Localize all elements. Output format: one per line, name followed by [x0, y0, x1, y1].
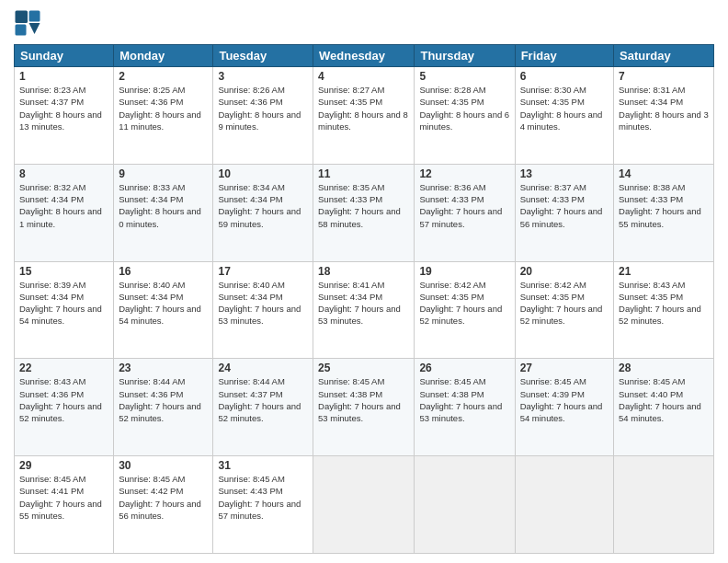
sunrise-label: Sunrise: 8:30 AM — [520, 85, 586, 95]
day-number: 15 — [19, 265, 108, 278]
daylight-label: Daylight: 7 hours and 57 minutes. — [419, 206, 502, 228]
day-info: Sunrise: 8:45 AM Sunset: 4:38 PM Dayligh… — [318, 375, 409, 424]
col-header-sunday: Sunday — [15, 45, 114, 67]
daylight-label: Daylight: 7 hours and 56 minutes. — [119, 499, 201, 521]
sunrise-label: Sunrise: 8:42 AM — [520, 280, 586, 290]
col-header-friday: Friday — [515, 45, 613, 67]
col-header-tuesday: Tuesday — [213, 45, 313, 67]
sunrise-label: Sunrise: 8:45 AM — [520, 376, 586, 386]
calendar-cell: 30 Sunrise: 8:45 AM Sunset: 4:42 PM Dayl… — [114, 456, 213, 554]
calendar-cell — [415, 456, 515, 554]
sunset-label: Sunset: 4:34 PM — [218, 194, 282, 204]
sunset-label: Sunset: 4:34 PM — [19, 292, 84, 302]
sunset-label: Sunset: 4:36 PM — [218, 97, 282, 107]
daylight-label: Daylight: 7 hours and 54 minutes. — [619, 401, 701, 423]
calendar-cell: 8 Sunrise: 8:32 AM Sunset: 4:34 PM Dayli… — [15, 164, 114, 261]
day-number: 20 — [520, 265, 609, 278]
sunrise-label: Sunrise: 8:27 AM — [318, 85, 384, 95]
sunrise-label: Sunrise: 8:28 AM — [419, 85, 485, 95]
calendar-week-row: 29 Sunrise: 8:45 AM Sunset: 4:41 PM Dayl… — [15, 456, 714, 554]
day-number: 23 — [119, 362, 208, 374]
sunrise-label: Sunrise: 8:32 AM — [19, 182, 85, 192]
sunset-label: Sunset: 4:38 PM — [318, 389, 382, 399]
sunrise-label: Sunrise: 8:45 AM — [619, 376, 685, 386]
calendar-cell: 15 Sunrise: 8:39 AM Sunset: 4:34 PM Dayl… — [15, 261, 114, 359]
daylight-label: Daylight: 7 hours and 53 minutes. — [419, 401, 502, 423]
day-info: Sunrise: 8:45 AM Sunset: 4:38 PM Dayligh… — [419, 375, 509, 424]
day-number: 6 — [520, 70, 609, 83]
day-info: Sunrise: 8:42 AM Sunset: 4:35 PM Dayligh… — [419, 279, 509, 327]
sunrise-label: Sunrise: 8:41 AM — [318, 280, 384, 290]
day-info: Sunrise: 8:45 AM Sunset: 4:43 PM Dayligh… — [218, 473, 308, 522]
day-info: Sunrise: 8:42 AM Sunset: 4:35 PM Dayligh… — [520, 279, 609, 327]
sunset-label: Sunset: 4:35 PM — [520, 97, 585, 107]
calendar-cell: 29 Sunrise: 8:45 AM Sunset: 4:41 PM Dayl… — [15, 456, 114, 554]
calendar-cell: 4 Sunrise: 8:27 AM Sunset: 4:35 PM Dayli… — [313, 67, 415, 165]
sunset-label: Sunset: 4:38 PM — [419, 389, 483, 399]
day-info: Sunrise: 8:40 AM Sunset: 4:34 PM Dayligh… — [119, 279, 208, 327]
sunrise-label: Sunrise: 8:45 AM — [419, 376, 485, 386]
sunset-label: Sunset: 4:35 PM — [318, 97, 382, 107]
day-info: Sunrise: 8:35 AM Sunset: 4:33 PM Dayligh… — [318, 181, 409, 230]
daylight-label: Daylight: 8 hours and 8 minutes. — [318, 109, 408, 132]
day-info: Sunrise: 8:43 AM Sunset: 4:36 PM Dayligh… — [19, 375, 108, 424]
day-info: Sunrise: 8:32 AM Sunset: 4:34 PM Dayligh… — [19, 181, 108, 230]
daylight-label: Daylight: 7 hours and 52 minutes. — [520, 304, 603, 326]
day-number: 21 — [619, 265, 709, 278]
sunset-label: Sunset: 4:37 PM — [218, 389, 282, 399]
day-info: Sunrise: 8:44 AM Sunset: 4:36 PM Dayligh… — [119, 375, 208, 424]
calendar-cell: 3 Sunrise: 8:26 AM Sunset: 4:36 PM Dayli… — [213, 67, 313, 165]
calendar-cell: 12 Sunrise: 8:36 AM Sunset: 4:33 PM Dayl… — [415, 164, 515, 261]
day-info: Sunrise: 8:30 AM Sunset: 4:35 PM Dayligh… — [520, 84, 609, 132]
day-number: 18 — [318, 265, 409, 278]
sunset-label: Sunset: 4:34 PM — [318, 292, 382, 302]
day-info: Sunrise: 8:44 AM Sunset: 4:37 PM Dayligh… — [218, 375, 308, 424]
day-number: 28 — [619, 362, 709, 374]
svg-rect-0 — [16, 11, 28, 24]
day-info: Sunrise: 8:45 AM Sunset: 4:39 PM Dayligh… — [520, 375, 609, 424]
sunset-label: Sunset: 4:34 PM — [218, 292, 282, 302]
daylight-label: Daylight: 7 hours and 53 minutes. — [318, 401, 401, 423]
day-number: 4 — [318, 70, 409, 83]
day-number: 24 — [218, 362, 308, 374]
day-info: Sunrise: 8:39 AM Sunset: 4:34 PM Dayligh… — [19, 279, 108, 327]
col-header-wednesday: Wednesday — [313, 45, 415, 67]
sunset-label: Sunset: 4:34 PM — [19, 194, 84, 204]
calendar-table: SundayMondayTuesdayWednesdayThursdayFrid… — [14, 44, 714, 554]
sunrise-label: Sunrise: 8:42 AM — [419, 280, 485, 290]
day-number: 26 — [419, 362, 509, 374]
sunrise-label: Sunrise: 8:37 AM — [520, 182, 586, 192]
svg-rect-2 — [16, 25, 27, 36]
sunrise-label: Sunrise: 8:43 AM — [619, 280, 685, 290]
calendar-cell: 28 Sunrise: 8:45 AM Sunset: 4:40 PM Dayl… — [614, 359, 714, 456]
sunset-label: Sunset: 4:34 PM — [119, 194, 183, 204]
calendar-cell: 11 Sunrise: 8:35 AM Sunset: 4:33 PM Dayl… — [313, 164, 415, 261]
day-info: Sunrise: 8:31 AM Sunset: 4:34 PM Dayligh… — [619, 84, 709, 132]
calendar-cell: 19 Sunrise: 8:42 AM Sunset: 4:35 PM Dayl… — [415, 261, 515, 359]
sunset-label: Sunset: 4:35 PM — [419, 97, 483, 107]
daylight-label: Daylight: 7 hours and 55 minutes. — [619, 206, 701, 228]
logo — [14, 9, 43, 37]
col-header-thursday: Thursday — [415, 45, 515, 67]
day-info: Sunrise: 8:40 AM Sunset: 4:34 PM Dayligh… — [218, 279, 308, 327]
sunrise-label: Sunrise: 8:34 AM — [218, 182, 284, 192]
sunset-label: Sunset: 4:39 PM — [520, 389, 585, 399]
day-info: Sunrise: 8:23 AM Sunset: 4:37 PM Dayligh… — [19, 84, 108, 132]
sunset-label: Sunset: 4:36 PM — [19, 389, 84, 399]
day-number: 5 — [419, 70, 509, 83]
calendar-cell: 25 Sunrise: 8:45 AM Sunset: 4:38 PM Dayl… — [313, 359, 415, 456]
calendar-cell — [614, 456, 714, 554]
calendar-cell: 24 Sunrise: 8:44 AM Sunset: 4:37 PM Dayl… — [213, 359, 313, 456]
sunrise-label: Sunrise: 8:38 AM — [619, 182, 685, 192]
day-number: 27 — [520, 362, 609, 374]
daylight-label: Daylight: 7 hours and 57 minutes. — [218, 499, 301, 521]
daylight-label: Daylight: 7 hours and 52 minutes. — [419, 304, 502, 326]
day-info: Sunrise: 8:34 AM Sunset: 4:34 PM Dayligh… — [218, 181, 308, 230]
day-number: 12 — [419, 167, 509, 180]
calendar-cell: 6 Sunrise: 8:30 AM Sunset: 4:35 PM Dayli… — [515, 67, 613, 165]
daylight-label: Daylight: 7 hours and 54 minutes. — [520, 401, 603, 423]
day-number: 8 — [19, 167, 108, 180]
day-number: 7 — [619, 70, 709, 83]
day-number: 22 — [19, 362, 108, 374]
day-info: Sunrise: 8:43 AM Sunset: 4:35 PM Dayligh… — [619, 279, 709, 327]
